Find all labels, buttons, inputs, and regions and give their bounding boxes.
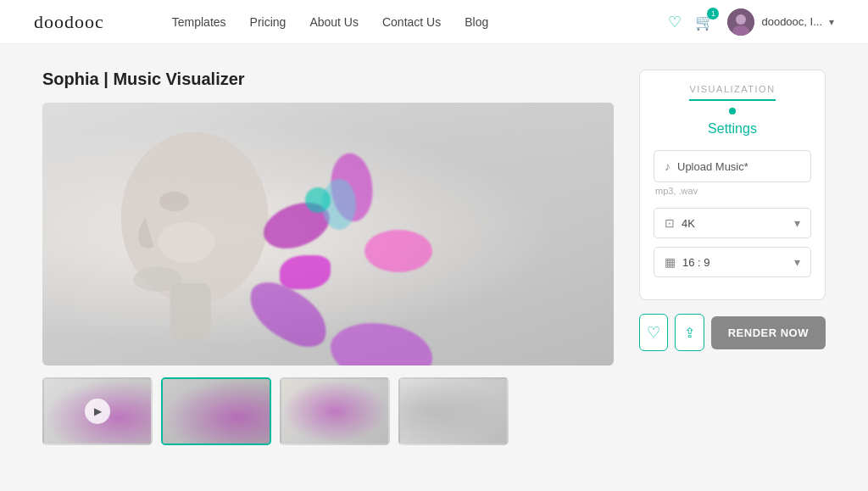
nav: Templates Pricing About Us Contact Us Bl… xyxy=(172,15,669,29)
favorite-button[interactable]: ♡ xyxy=(639,314,668,351)
share-button[interactable]: ⇪ xyxy=(675,314,704,351)
nav-pricing[interactable]: Pricing xyxy=(250,15,287,29)
resolution-chevron-icon: ▾ xyxy=(794,216,800,230)
resolution-value: 4K xyxy=(682,217,695,230)
svg-point-5 xyxy=(133,267,182,292)
resolution-dropdown[interactable]: ⊡ 4K ▾ xyxy=(654,208,811,238)
heart-icon: ♡ xyxy=(647,323,660,342)
render-now-button[interactable]: RENDER NOW xyxy=(711,316,826,349)
thumbnail-4[interactable] xyxy=(398,377,509,445)
heart-icon[interactable]: ♡ xyxy=(668,13,682,31)
aspect-ratio-dropdown[interactable]: ▦ 16 : 9 ▾ xyxy=(654,247,811,277)
nav-templates[interactable]: Templates xyxy=(172,15,226,29)
cart-badge: 1 xyxy=(707,8,719,20)
logo[interactable]: doodooc xyxy=(34,11,104,33)
nav-blog[interactable]: Blog xyxy=(465,15,488,29)
thumbnail-2[interactable] xyxy=(161,377,271,445)
upload-music-label: Upload Music* xyxy=(677,160,748,173)
user-name: doodooc, I... xyxy=(761,15,822,28)
svg-point-1 xyxy=(736,14,746,25)
splatter-6 xyxy=(364,230,432,272)
nav-contact[interactable]: Contact Us xyxy=(382,15,441,29)
thumbnail-3[interactable] xyxy=(280,377,390,445)
header-right: ♡ 🛒 1 doodooc, I... ▾ xyxy=(668,8,834,36)
main-content: Sophia | Music Visualizer xyxy=(0,44,868,471)
resolution-icon: ⊡ xyxy=(665,216,675,230)
visualization-card: VISUALIZATION Settings Upload Music* mp3… xyxy=(639,70,826,300)
settings-label: Settings xyxy=(654,121,811,137)
upload-hint: mp3, .wav xyxy=(654,186,811,196)
aspect-ratio-chevron-icon: ▾ xyxy=(794,255,800,269)
music-note-icon xyxy=(665,159,670,173)
share-icon: ⇪ xyxy=(684,325,695,341)
nav-about[interactable]: About Us xyxy=(309,15,359,29)
page-title: Sophia | Music Visualizer xyxy=(42,70,614,89)
aspect-ratio-icon: ▦ xyxy=(665,255,676,269)
thumbnail-row: ▶ xyxy=(42,377,614,445)
thumbnail-1[interactable]: ▶ xyxy=(42,377,153,445)
avatar xyxy=(727,8,754,36)
left-panel: Sophia | Music Visualizer xyxy=(42,70,614,445)
svg-rect-4 xyxy=(170,283,211,341)
face-silhouette xyxy=(93,120,280,357)
user-menu[interactable]: doodooc, I... ▾ xyxy=(727,8,834,36)
cart-wrapper[interactable]: 🛒 1 xyxy=(695,13,714,31)
dot-indicator xyxy=(654,108,811,114)
visualization-tab[interactable]: VISUALIZATION xyxy=(689,84,775,101)
main-preview[interactable] xyxy=(42,103,614,365)
svg-point-6 xyxy=(159,192,189,211)
header: doodooc Templates Pricing About Us Conta… xyxy=(0,0,868,44)
aspect-ratio-value: 16 : 9 xyxy=(682,256,710,269)
chevron-down-icon: ▾ xyxy=(829,16,834,28)
active-dot xyxy=(729,108,736,114)
viz-tab-bar: VISUALIZATION xyxy=(654,84,811,101)
splatter-8 xyxy=(305,187,331,213)
play-button[interactable]: ▶ xyxy=(85,399,110,424)
splatter-2 xyxy=(280,255,331,289)
right-panel: VISUALIZATION Settings Upload Music* mp3… xyxy=(639,70,826,445)
upload-music-button[interactable]: Upload Music* xyxy=(654,150,811,182)
bottom-actions: ♡ ⇪ RENDER NOW xyxy=(639,314,826,351)
svg-point-7 xyxy=(158,222,215,263)
